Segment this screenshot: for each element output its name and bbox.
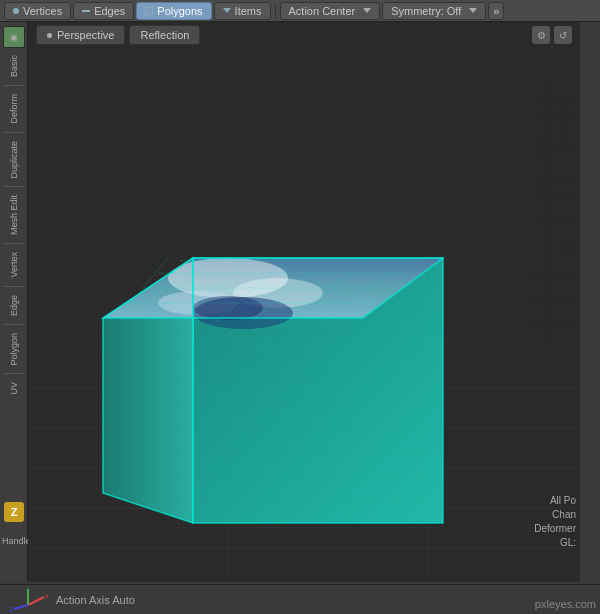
z-button[interactable]: Z [4, 502, 24, 522]
items-icon [223, 8, 231, 13]
grid-svg [28, 48, 580, 582]
top-toolbar: Vertices Edges Polygons Items Action Cen… [0, 0, 600, 22]
left-sep-5 [4, 286, 24, 287]
basic-tool-btn[interactable]: ▣ [3, 26, 25, 48]
uv-label[interactable]: UV [7, 379, 21, 398]
left-sep-4 [4, 243, 24, 244]
symmetry-arrow-icon [469, 8, 477, 13]
perspective-dot [47, 33, 52, 38]
left-sep-3 [4, 186, 24, 187]
left-sep-1 [4, 85, 24, 86]
basic-label[interactable]: Basic [7, 52, 21, 80]
bottom-bar: X Y Z Action Axis Auto pxleyes.com [0, 584, 600, 614]
duplicate-label[interactable]: Duplicate [7, 138, 21, 182]
expand-button[interactable]: » [488, 2, 504, 20]
edges-button[interactable]: Edges [73, 2, 134, 20]
left-toolbar: ▣ Basic Deform Duplicate Mesh Edit Verte… [0, 22, 28, 582]
bottom-right-info: All Po Chan Deformer GL: [534, 494, 576, 550]
vertices-button[interactable]: Vertices [4, 2, 71, 20]
info-line-4: GL: [534, 536, 576, 550]
left-sep-7 [4, 373, 24, 374]
polygons-icon [145, 7, 153, 15]
viewport-refresh-icon[interactable]: ↺ [554, 26, 572, 44]
viewport: Perspective Reflection ⚙ ↺ [28, 22, 580, 582]
left-sep-2 [4, 132, 24, 133]
info-line-3: Deformer [534, 522, 576, 536]
info-line-1: All Po [534, 494, 576, 508]
left-sep-6 [4, 324, 24, 325]
symmetry-dropdown[interactable]: Symmetry: Off [382, 2, 486, 20]
deform-label[interactable]: Deform [7, 91, 21, 127]
info-line-2: Chan [534, 508, 576, 522]
vertices-icon [13, 8, 19, 14]
svg-text:Z: Z [9, 606, 14, 613]
polygon-label[interactable]: Polygon [7, 330, 21, 369]
viewport-icons: ⚙ ↺ [532, 26, 572, 44]
svg-line-51 [14, 605, 28, 609]
bottom-status: Action Axis Auto [56, 594, 135, 606]
viewport-header: Perspective Reflection [28, 22, 580, 48]
svg-line-49 [28, 597, 44, 605]
items-button[interactable]: Items [214, 2, 271, 20]
edge-label[interactable]: Edge [7, 292, 21, 319]
axis-gizmo: X Y Z [8, 587, 48, 613]
viewport-settings-icon[interactable]: ⚙ [532, 26, 550, 44]
action-center-dropdown[interactable]: Action Center [280, 2, 381, 20]
pxleyes-watermark: pxleyes.com [535, 598, 596, 610]
canvas-area [28, 48, 580, 582]
ocean-dark-2 [193, 296, 263, 320]
reflection-tab[interactable]: Reflection [129, 25, 200, 45]
svg-text:X: X [45, 593, 48, 600]
perspective-tab[interactable]: Perspective [36, 25, 125, 45]
polygons-button[interactable]: Polygons [136, 2, 211, 20]
vertex-label[interactable]: Vertex [7, 249, 21, 281]
action-center-arrow-icon [363, 8, 371, 13]
svg-text:Y: Y [26, 587, 31, 589]
separator-1 [275, 3, 276, 19]
edges-icon [82, 10, 90, 12]
axis-gizmo-svg: X Y Z [8, 587, 48, 613]
mesh-edit-label[interactable]: Mesh Edit [7, 192, 21, 238]
